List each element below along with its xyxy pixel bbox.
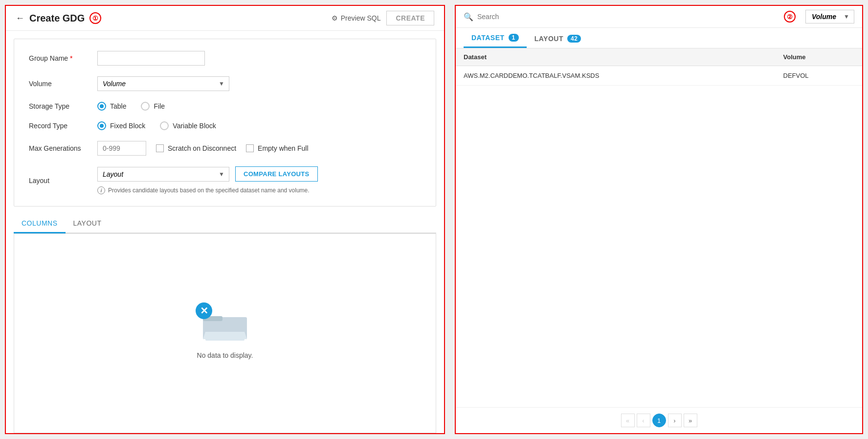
search-icon: 🔍 bbox=[464, 12, 473, 22]
storage-type-row: Storage Type Table File bbox=[29, 102, 421, 111]
radio-table-circle bbox=[97, 102, 106, 111]
bottom-tabs-header: COLUMNS LAYOUT bbox=[14, 214, 436, 233]
col-volume: Volume bbox=[776, 48, 862, 66]
storage-table-label: Table bbox=[110, 102, 126, 110]
database-icon: ⚙ bbox=[332, 14, 338, 22]
create-button[interactable]: CREATE bbox=[386, 11, 434, 25]
group-name-row: Group Name * bbox=[29, 51, 421, 66]
table-header-row: Dataset Volume bbox=[456, 48, 862, 66]
compare-layouts-button[interactable]: COMPARE LAYOUTS bbox=[235, 166, 318, 182]
right-badge-area: ② bbox=[784, 11, 801, 23]
preview-sql-button[interactable]: ⚙ Preview SQL bbox=[332, 14, 381, 22]
pagination: « ‹ 1 › » bbox=[456, 407, 862, 433]
search-input[interactable] bbox=[477, 13, 779, 21]
record-type-row: Record Type Fixed Block Variable Block bbox=[29, 121, 421, 130]
back-arrow-icon[interactable]: ← bbox=[16, 13, 24, 23]
search-area: 🔍 bbox=[464, 12, 779, 22]
empty-when-full-item[interactable]: Empty when Full bbox=[246, 144, 308, 152]
tab-layout-right[interactable]: LAYOUT 42 bbox=[527, 29, 589, 47]
layout-row: Layout Layout ▼ COMPARE LAYOUTS i Provid… bbox=[29, 166, 421, 194]
required-star: * bbox=[70, 54, 72, 62]
tab-layout[interactable]: LAYOUT bbox=[66, 214, 110, 232]
storage-type-file-option[interactable]: File bbox=[141, 102, 165, 111]
layout-hint-text: Provides candidate layouts based on the … bbox=[108, 187, 310, 194]
record-type-radio-group: Fixed Block Variable Block bbox=[97, 121, 216, 130]
left-header-left: ← Create GDG ① bbox=[16, 12, 101, 24]
storage-type-radio-group: Table File bbox=[97, 102, 165, 111]
layout-controls: Layout ▼ COMPARE LAYOUTS i Provides cand… bbox=[97, 166, 318, 194]
layout-select-wrapper: Layout ▼ bbox=[97, 167, 229, 182]
volume-select-right[interactable]: Volume bbox=[805, 10, 854, 23]
group-name-input[interactable] bbox=[97, 51, 205, 66]
first-page-button[interactable]: « bbox=[621, 414, 635, 427]
right-header: 🔍 ② Volume ▼ bbox=[456, 6, 862, 28]
layout-label: Layout bbox=[29, 177, 97, 185]
max-gen-controls: Scratch on Disconnect Empty when Full bbox=[97, 141, 309, 156]
col-dataset: Dataset bbox=[456, 48, 776, 66]
volume-select-wrapper: Volume ▼ bbox=[97, 76, 229, 91]
empty-icon-container: ✕ bbox=[200, 307, 249, 344]
error-badge: ✕ bbox=[196, 302, 212, 319]
bottom-tabs-section: COLUMNS LAYOUT ✕ No data to display. bbox=[14, 214, 436, 433]
svg-marker-3 bbox=[203, 332, 247, 339]
dataset-table: Dataset Volume AWS.M2.CARDDEMO.TCATBALF.… bbox=[456, 48, 862, 86]
record-type-label: Record Type bbox=[29, 122, 97, 130]
preview-sql-label: Preview SQL bbox=[341, 14, 381, 22]
storage-type-table-option[interactable]: Table bbox=[97, 102, 126, 111]
next-page-button[interactable]: › bbox=[668, 414, 682, 427]
tab-columns-content: ✕ No data to display. bbox=[14, 233, 436, 433]
max-gen-row: Max Generations Scratch on Disconnect Em… bbox=[29, 141, 421, 156]
volume-select-right-wrapper: Volume ▼ bbox=[805, 10, 854, 23]
left-header: ← Create GDG ① ⚙ Preview SQL CREATE bbox=[6, 6, 444, 31]
scratch-label: Scratch on Disconnect bbox=[168, 144, 236, 152]
layout-hint: i Provides candidate layouts based on th… bbox=[97, 186, 318, 194]
volume-label: Volume bbox=[29, 80, 97, 88]
layout-tab-label: LAYOUT bbox=[534, 35, 563, 43]
max-gen-input[interactable] bbox=[97, 141, 146, 156]
layout-select[interactable]: Layout bbox=[97, 167, 229, 182]
dataset-tab-label: DATASET bbox=[471, 34, 505, 42]
empty-full-label: Empty when Full bbox=[258, 144, 308, 152]
variable-block-label: Variable Block bbox=[173, 122, 216, 130]
storage-type-label: Storage Type bbox=[29, 102, 97, 110]
radio-fixed-circle bbox=[97, 121, 106, 130]
group-name-label: Group Name * bbox=[29, 54, 97, 62]
volume-select[interactable]: Volume bbox=[97, 76, 229, 91]
empty-checkbox[interactable] bbox=[246, 144, 254, 152]
dataset-count-badge: 1 bbox=[509, 34, 519, 42]
left-header-right: ⚙ Preview SQL CREATE bbox=[332, 11, 434, 25]
no-data-text: No data to display. bbox=[197, 351, 253, 359]
right-tabs-header: DATASET 1 LAYOUT 42 bbox=[456, 28, 862, 48]
tab-columns[interactable]: COLUMNS bbox=[14, 214, 66, 233]
scratch-on-disconnect-item[interactable]: Scratch on Disconnect bbox=[156, 144, 236, 152]
variable-block-option[interactable]: Variable Block bbox=[160, 121, 216, 130]
info-icon: i bbox=[97, 186, 105, 194]
page-title: Create GDG bbox=[29, 13, 85, 24]
fixed-block-option[interactable]: Fixed Block bbox=[97, 121, 145, 130]
storage-file-label: File bbox=[154, 102, 165, 110]
cell-volume-value: DEFVOL bbox=[776, 66, 862, 86]
step-badge-2: ② bbox=[784, 11, 796, 23]
max-gen-label: Max Generations bbox=[29, 144, 97, 152]
scratch-checkbox[interactable] bbox=[156, 144, 164, 152]
layout-select-area: Layout ▼ COMPARE LAYOUTS bbox=[97, 166, 318, 182]
prev-page-button[interactable]: ‹ bbox=[637, 414, 650, 427]
form-section: Group Name * Volume Volume ▼ Storage Typ… bbox=[14, 39, 436, 207]
step-badge-1: ① bbox=[89, 12, 101, 24]
right-panel: 🔍 ② Volume ▼ DATASET 1 LAYOUT 42 Dataset… bbox=[455, 5, 863, 434]
radio-file-circle bbox=[141, 102, 150, 111]
last-page-button[interactable]: » bbox=[684, 414, 697, 427]
left-panel: ← Create GDG ① ⚙ Preview SQL CREATE Grou… bbox=[5, 5, 445, 434]
fixed-block-label: Fixed Block bbox=[110, 122, 145, 130]
table-row: AWS.M2.CARDDEMO.TCATBALF.VSAM.KSDS DEFVO… bbox=[456, 66, 862, 86]
volume-row: Volume Volume ▼ bbox=[29, 76, 421, 91]
right-content: Dataset Volume AWS.M2.CARDDEMO.TCATBALF.… bbox=[456, 48, 862, 407]
current-page-button[interactable]: 1 bbox=[652, 414, 666, 427]
layout-count-badge: 42 bbox=[567, 35, 581, 43]
cell-dataset-name: AWS.M2.CARDDEMO.TCATBALF.VSAM.KSDS bbox=[456, 66, 776, 86]
radio-variable-circle bbox=[160, 121, 169, 130]
tab-dataset[interactable]: DATASET 1 bbox=[464, 28, 527, 48]
